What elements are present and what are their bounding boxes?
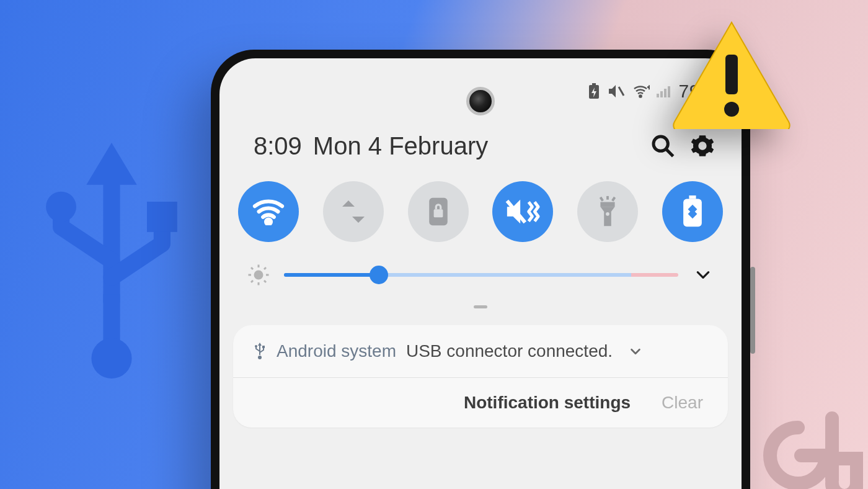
svg-line-35 (264, 267, 266, 269)
svg-line-34 (251, 280, 253, 282)
svg-rect-11 (660, 91, 663, 97)
rotation-lock-icon (426, 197, 451, 227)
svg-point-3 (46, 192, 76, 222)
svg-rect-1 (103, 294, 120, 344)
svg-line-15 (666, 149, 673, 156)
svg-line-33 (264, 280, 266, 282)
panel-drag-handle[interactable] (474, 305, 487, 308)
notification-title: USB connector connected. (406, 341, 613, 361)
chevron-down-icon (695, 267, 711, 283)
qs-rotation-toggle[interactable] (408, 181, 469, 242)
usb-icon (253, 343, 267, 360)
notification-card: Android system USB connector connected. … (233, 325, 728, 428)
svg-point-14 (653, 137, 668, 151)
svg-text:+: + (648, 84, 650, 91)
qs-powersave-toggle[interactable] (662, 181, 723, 242)
notification-header[interactable]: Android system USB connector connected. (233, 325, 728, 377)
svg-line-23 (613, 197, 615, 201)
wifi-icon (252, 198, 285, 225)
notification-actions: Notification settings Clear (233, 378, 728, 428)
svg-rect-39 (262, 346, 265, 348)
panel-header: 8:09 Mon 4 February (254, 132, 717, 160)
usb-decoration-icon (25, 143, 198, 379)
background: + 79% 8:09 Mon 4 February (0, 0, 868, 489)
search-button[interactable] (649, 132, 677, 160)
svg-rect-10 (657, 94, 659, 97)
svg-marker-36 (258, 343, 262, 355)
svg-rect-18 (433, 209, 443, 217)
qs-mobiledata-toggle[interactable] (323, 181, 384, 242)
settings-button[interactable] (688, 132, 717, 160)
notification-settings-button[interactable]: Notification settings (464, 393, 631, 413)
svg-rect-12 (664, 89, 666, 97)
phone-side-button (750, 267, 755, 354)
svg-point-8 (640, 95, 642, 97)
quick-settings-row (238, 181, 723, 242)
mute-status-icon (608, 84, 625, 99)
power-save-icon (681, 195, 704, 228)
notification-app-name: Android system (277, 341, 396, 361)
svg-line-22 (601, 197, 603, 201)
svg-point-37 (258, 356, 262, 359)
data-arrows-icon (339, 195, 368, 228)
battery-charging-icon (587, 83, 601, 100)
flashlight-icon (595, 195, 620, 228)
svg-point-16 (266, 220, 271, 225)
gear-icon (690, 133, 715, 158)
clock-date: Mon 4 February (313, 132, 488, 160)
brightness-row (247, 263, 714, 287)
clock-time: 8:09 (254, 132, 302, 160)
svg-rect-26 (689, 195, 696, 199)
svg-line-7 (619, 87, 624, 96)
svg-point-24 (606, 212, 609, 216)
brightness-icon (247, 263, 270, 287)
phone-screen: + 79% 8:09 Mon 4 February (219, 58, 742, 489)
qs-sound-toggle[interactable] (492, 181, 553, 242)
svg-point-41 (724, 102, 739, 117)
svg-rect-40 (725, 55, 738, 94)
svg-rect-20 (601, 202, 615, 207)
phone-camera (466, 87, 495, 115)
wifi-status-icon: + (631, 84, 650, 99)
svg-point-38 (255, 345, 257, 348)
svg-point-27 (254, 271, 264, 280)
svg-rect-4 (147, 202, 177, 232)
qs-flashlight-toggle[interactable] (577, 181, 638, 242)
warning-icon (670, 17, 794, 129)
svg-line-32 (251, 267, 253, 269)
clear-button[interactable]: Clear (662, 393, 703, 413)
svg-point-2 (91, 338, 131, 379)
brightness-slider[interactable] (284, 266, 678, 284)
qs-wifi-toggle[interactable] (238, 181, 299, 242)
vibrate-mute-icon (505, 197, 541, 227)
gt-logo-icon (739, 406, 863, 489)
chevron-down-icon (629, 344, 642, 358)
svg-rect-6 (592, 83, 596, 85)
search-icon (650, 133, 675, 158)
brightness-expand-button[interactable] (692, 264, 714, 286)
